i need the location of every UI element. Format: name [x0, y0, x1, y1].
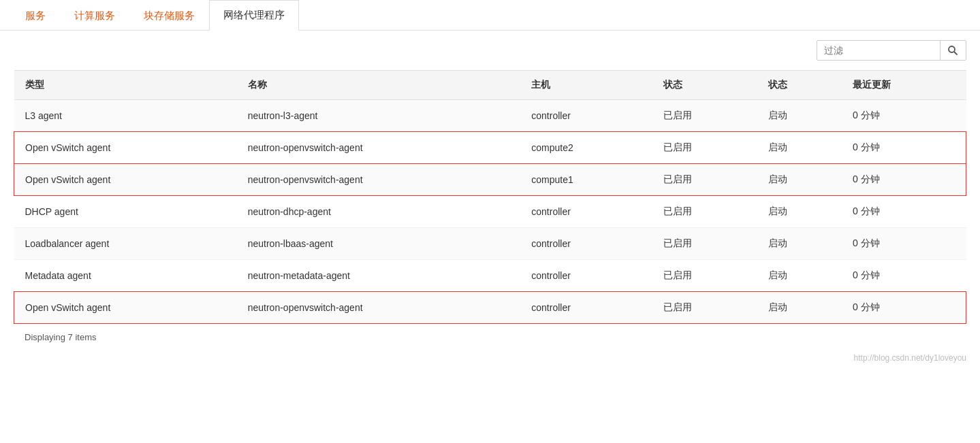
- cell-type: L3 agent: [14, 100, 237, 132]
- search-box: [817, 40, 966, 61]
- col-header-name: 名称: [237, 71, 521, 100]
- cell-host: controller: [520, 196, 652, 228]
- cell-status2: 启动: [757, 196, 842, 228]
- cell-name: neutron-openvswitch-agent: [237, 164, 521, 196]
- cell-updated: 0 分钟: [842, 164, 966, 196]
- cell-status1: 已启用: [652, 196, 757, 228]
- cell-host: compute2: [520, 132, 652, 164]
- table-wrap: 类型名称主机状态状态最近更新 L3 agentneutron-l3-agentc…: [0, 70, 980, 350]
- col-header-host: 主机: [520, 71, 652, 100]
- cell-name: neutron-dhcp-agent: [237, 196, 521, 228]
- agents-table: 类型名称主机状态状态最近更新 L3 agentneutron-l3-agentc…: [14, 70, 966, 324]
- cell-type: Open vSwitch agent: [14, 132, 237, 164]
- cell-updated: 0 分钟: [842, 132, 966, 164]
- table-row: Open vSwitch agentneutron-openvswitch-ag…: [14, 292, 966, 324]
- col-header-type: 类型: [14, 71, 237, 100]
- tab-services[interactable]: 服务: [11, 1, 60, 31]
- cell-name: neutron-l3-agent: [237, 100, 521, 132]
- tab-block[interactable]: 块存储服务: [129, 1, 209, 31]
- svg-point-0: [949, 46, 955, 52]
- cell-type: DHCP agent: [14, 196, 237, 228]
- cell-updated: 0 分钟: [842, 196, 966, 228]
- cell-updated: 0 分钟: [842, 100, 966, 132]
- col-header-status2: 状态: [757, 71, 842, 100]
- cell-status2: 启动: [757, 132, 842, 164]
- cell-host: controller: [520, 260, 652, 292]
- table-row: Open vSwitch agentneutron-openvswitch-ag…: [14, 132, 966, 164]
- table-footer: Displaying 7 items: [14, 324, 966, 350]
- table-row: Open vSwitch agentneutron-openvswitch-ag…: [14, 164, 966, 196]
- cell-host: controller: [520, 292, 652, 324]
- cell-host: compute1: [520, 164, 652, 196]
- header-row: 类型名称主机状态状态最近更新: [14, 71, 966, 100]
- col-header-status1: 状态: [652, 71, 757, 100]
- cell-type: Loadbalancer agent: [14, 228, 237, 260]
- toolbar: [0, 31, 980, 70]
- col-header-updated: 最近更新: [842, 71, 966, 100]
- search-input[interactable]: [817, 41, 940, 60]
- cell-status1: 已启用: [652, 260, 757, 292]
- cell-name: neutron-openvswitch-agent: [237, 292, 521, 324]
- search-button[interactable]: [940, 41, 965, 60]
- table-row: DHCP agentneutron-dhcp-agentcontroller已启…: [14, 196, 966, 228]
- cell-host: controller: [520, 100, 652, 132]
- cell-name: neutron-lbaas-agent: [237, 228, 521, 260]
- cell-name: neutron-metadata-agent: [237, 260, 521, 292]
- table-body: L3 agentneutron-l3-agentcontroller已启用启动0…: [14, 100, 966, 324]
- cell-type: Open vSwitch agent: [14, 292, 237, 324]
- cell-status1: 已启用: [652, 100, 757, 132]
- svg-line-1: [955, 52, 958, 55]
- cell-updated: 0 分钟: [842, 260, 966, 292]
- cell-host: controller: [520, 228, 652, 260]
- cell-updated: 0 分钟: [842, 228, 966, 260]
- cell-status1: 已启用: [652, 292, 757, 324]
- table-row: Loadbalancer agentneutron-lbaas-agentcon…: [14, 228, 966, 260]
- cell-updated: 0 分钟: [842, 292, 966, 324]
- cell-status2: 启动: [757, 164, 842, 196]
- cell-name: neutron-openvswitch-agent: [237, 132, 521, 164]
- table-row: Metadata agentneutron-metadata-agentcont…: [14, 260, 966, 292]
- watermark: http://blog.csdn.net/dy1loveyou: [0, 350, 980, 368]
- tab-compute[interactable]: 计算服务: [60, 1, 129, 31]
- cell-type: Open vSwitch agent: [14, 164, 237, 196]
- cell-status2: 启动: [757, 228, 842, 260]
- cell-status2: 启动: [757, 292, 842, 324]
- tab-network[interactable]: 网络代理程序: [209, 0, 299, 31]
- tab-bar: 服务计算服务块存储服务网络代理程序: [0, 0, 980, 31]
- cell-type: Metadata agent: [14, 260, 237, 292]
- table-header: 类型名称主机状态状态最近更新: [14, 71, 966, 100]
- table-row: L3 agentneutron-l3-agentcontroller已启用启动0…: [14, 100, 966, 132]
- search-icon: [947, 45, 958, 56]
- cell-status1: 已启用: [652, 164, 757, 196]
- cell-status1: 已启用: [652, 132, 757, 164]
- cell-status2: 启动: [757, 100, 842, 132]
- cell-status2: 启动: [757, 260, 842, 292]
- cell-status1: 已启用: [652, 228, 757, 260]
